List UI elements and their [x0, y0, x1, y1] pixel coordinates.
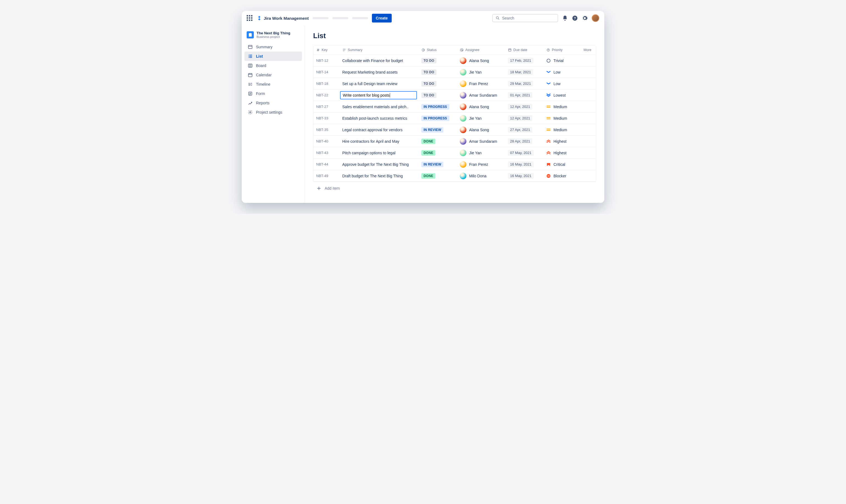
create-button[interactable]: Create [372, 14, 392, 22]
status-cell[interactable]: IN PROGRESS [419, 102, 457, 111]
sidebar-item-summary[interactable]: Summary [245, 42, 302, 52]
assignee-cell[interactable]: Fran Perez [457, 159, 505, 170]
table-row[interactable]: NBT-44Approve budget for The Next Big Th… [313, 159, 596, 170]
table-row[interactable]: NBT-49Draft budget for The Next Big Thin… [313, 170, 596, 182]
due-date-cell[interactable]: 01 Apr, 2021 [505, 90, 544, 100]
assignee-cell[interactable]: Jie Yan [457, 113, 505, 124]
summary-cell[interactable]: Hire contractors for April and May [339, 137, 419, 145]
add-item-button[interactable]: Add item [313, 182, 596, 195]
assignee-cell[interactable]: Amar Sundaram [457, 90, 505, 101]
column-assignee[interactable]: Assignee [457, 45, 505, 55]
summary-cell[interactable]: Approve budget for The Next Big Thing [339, 160, 419, 168]
key-cell[interactable]: NBT-44 [313, 160, 339, 168]
status-cell[interactable]: DONE [419, 137, 457, 146]
assignee-cell[interactable]: Alana Song [457, 102, 505, 112]
sidebar-item-board[interactable]: Board [245, 61, 302, 70]
sidebar-item-reports[interactable]: Reports [245, 98, 302, 108]
due-date-cell[interactable]: 12 Apr, 2021 [505, 102, 544, 111]
key-cell[interactable]: NBT-14 [313, 68, 339, 76]
due-date-cell[interactable]: 12 Apr, 2021 [505, 113, 544, 123]
column-summary[interactable]: Summary [339, 45, 419, 55]
priority-cell[interactable]: Blocker [544, 172, 579, 180]
status-cell[interactable]: TO DO [419, 79, 457, 88]
key-cell[interactable]: NBT-22 [313, 91, 339, 99]
help-icon[interactable]: ? [572, 15, 578, 21]
assignee-cell[interactable]: Milo Dona [457, 171, 505, 181]
due-date-cell[interactable]: 17 Feb, 2021 [505, 56, 544, 65]
summary-cell[interactable]: Pitch campaign options to legal [339, 149, 419, 157]
assignee-cell[interactable]: Fran Perez [457, 78, 505, 89]
priority-cell[interactable]: Highest [544, 137, 579, 145]
table-row[interactable]: NBT-27Sales enablement materials and pit… [313, 101, 596, 112]
column-due-date[interactable]: Due date [505, 45, 544, 55]
key-cell[interactable]: NBT-43 [313, 149, 339, 157]
user-avatar[interactable] [592, 14, 599, 22]
due-date-cell[interactable]: 16 May, 2021 [505, 171, 544, 181]
notifications-icon[interactable] [562, 15, 568, 21]
status-cell[interactable]: DONE [419, 171, 457, 181]
assignee-cell[interactable]: Alana Song [457, 55, 505, 66]
sidebar-item-project-settings[interactable]: Project settings [245, 108, 302, 117]
search-input[interactable]: Search [492, 14, 558, 22]
due-date-cell[interactable]: 27 Apr, 2021 [505, 125, 544, 134]
summary-cell[interactable]: Set up a full Design team review [339, 79, 419, 88]
summary-cell[interactable]: Establish post-launch success metrics [339, 114, 419, 122]
assignee-cell[interactable]: Alana Song [457, 125, 505, 135]
status-cell[interactable]: IN PROGRESS [419, 114, 457, 123]
priority-cell[interactable]: Medium [544, 114, 579, 122]
priority-cell[interactable]: Critical [544, 160, 579, 168]
priority-cell[interactable]: Medium [544, 103, 579, 111]
sidebar-item-list[interactable]: List [245, 52, 302, 61]
summary-cell[interactable]: Draft budget for The Next Big Thing [339, 172, 419, 180]
sidebar-item-form[interactable]: Form [245, 89, 302, 98]
key-cell[interactable]: NBT-35 [313, 126, 339, 134]
status-cell[interactable]: TO DO [419, 56, 457, 65]
table-row[interactable]: NBT-43Pitch campaign options to legalDON… [313, 147, 596, 159]
table-row[interactable]: NBT-40Hire contractors for April and May… [313, 136, 596, 147]
column-more[interactable]: More [579, 45, 596, 55]
key-cell[interactable]: NBT-27 [313, 103, 339, 111]
column-status[interactable]: Status [419, 45, 457, 55]
table-row[interactable]: NBT-18Set up a full Design team reviewTO… [313, 78, 596, 89]
summary-cell[interactable]: Legal contract approval for vendors [339, 126, 419, 134]
project-header[interactable]: The Next Big Thing Business project [245, 30, 302, 42]
summary-cell[interactable]: Request Marketing brand assets [339, 68, 419, 76]
table-row[interactable]: NBT-14Request Marketing brand assetsTO D… [313, 67, 596, 78]
status-cell[interactable]: TO DO [419, 91, 457, 100]
priority-cell[interactable]: Trivial [544, 57, 579, 65]
status-cell[interactable]: IN REVIEW [419, 125, 457, 134]
due-date-cell[interactable]: 07 May, 2021 [505, 148, 544, 158]
assignee-cell[interactable]: Jie Yan [457, 148, 505, 158]
key-cell[interactable]: NBT-12 [313, 57, 339, 65]
due-date-cell[interactable]: 29 Mar, 2021 [505, 79, 544, 88]
sidebar-item-timeline[interactable]: Timeline [245, 79, 302, 89]
app-switcher-icon[interactable] [247, 15, 253, 21]
priority-cell[interactable]: Low [544, 68, 579, 76]
priority-cell[interactable]: Medium [544, 126, 579, 134]
status-cell[interactable]: TO DO [419, 68, 457, 77]
priority-cell[interactable]: Lowest [544, 91, 579, 100]
key-cell[interactable]: NBT-49 [313, 172, 339, 180]
summary-cell[interactable]: Sales enablement materials and pitch.. [339, 103, 419, 111]
priority-cell[interactable]: Low [544, 79, 579, 88]
key-cell[interactable]: NBT-40 [313, 137, 339, 145]
due-date-cell[interactable]: 16 May, 2021 [505, 160, 544, 169]
sidebar-item-calendar[interactable]: Calendar [245, 70, 302, 79]
status-cell[interactable]: DONE [419, 148, 457, 158]
summary-cell[interactable]: Collaborate with Finance for budget [339, 57, 419, 65]
assignee-cell[interactable]: Amar Sundaram [457, 136, 505, 147]
table-row[interactable]: NBT-33Establish post-launch success metr… [313, 112, 596, 124]
table-row[interactable]: NBT-12Collaborate with Finance for budge… [313, 55, 596, 67]
table-row[interactable]: NBT-22Write content for blog postsTO DOA… [313, 89, 596, 101]
table-row[interactable]: NBT-35Legal contract approval for vendor… [313, 124, 596, 136]
key-cell[interactable]: NBT-33 [313, 114, 339, 122]
status-cell[interactable]: IN REVIEW [419, 160, 457, 169]
priority-cell[interactable]: Highest [544, 149, 579, 157]
summary-edit-input[interactable]: Write content for blog posts [340, 91, 417, 100]
column-priority[interactable]: Priority [544, 45, 579, 55]
due-date-cell[interactable]: 28 Apr, 2021 [505, 137, 544, 146]
product-logo[interactable]: Jira Work Management [257, 15, 309, 21]
key-cell[interactable]: NBT-18 [313, 79, 339, 88]
settings-icon[interactable] [582, 15, 588, 21]
due-date-cell[interactable]: 18 Mar, 2021 [505, 67, 544, 77]
